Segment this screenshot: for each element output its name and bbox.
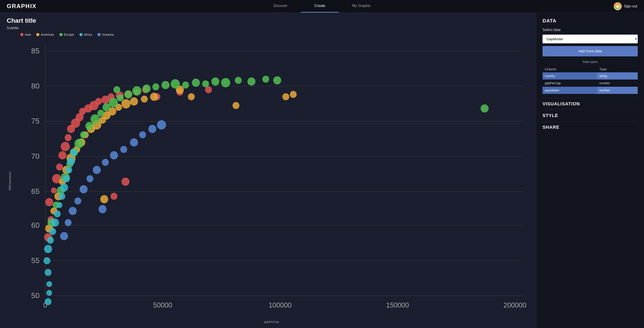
chart-title-input[interactable] xyxy=(7,17,529,24)
col-gdp: gdpPerCap xyxy=(542,80,597,87)
share-section-link[interactable]: SHARE xyxy=(542,121,638,133)
style-section-link[interactable]: STYLE xyxy=(542,110,638,121)
svg-point-72 xyxy=(282,93,289,100)
svg-point-89 xyxy=(132,86,142,96)
legend-asia: Asia xyxy=(20,33,31,36)
legend-americas: Americas xyxy=(36,33,54,36)
svg-point-118 xyxy=(67,157,75,165)
column-header: Column xyxy=(542,66,597,72)
header: GRAPHIX Discover Create My Graphix 🌅 Sig… xyxy=(0,0,644,12)
svg-text:85: 85 xyxy=(31,46,40,55)
svg-point-88 xyxy=(124,90,132,98)
svg-point-69 xyxy=(188,93,195,100)
svg-point-120 xyxy=(46,290,52,296)
svg-point-100 xyxy=(248,77,256,86)
legend-dot-asia xyxy=(20,33,24,36)
svg-point-113 xyxy=(57,202,62,208)
svg-point-86 xyxy=(109,98,118,107)
svg-point-108 xyxy=(44,245,52,253)
dataset-select[interactable]: GapMinder xyxy=(542,35,638,43)
svg-point-125 xyxy=(74,197,82,204)
svg-point-126 xyxy=(80,185,88,193)
tab-create[interactable]: Create xyxy=(301,0,339,12)
svg-point-30 xyxy=(65,134,72,141)
svg-point-27 xyxy=(56,164,63,170)
svg-point-64 xyxy=(122,99,131,109)
type-number-gdp: number xyxy=(597,80,638,87)
svg-point-83 xyxy=(90,114,100,124)
svg-text:100000: 100000 xyxy=(269,301,292,309)
svg-point-131 xyxy=(120,146,127,153)
visualisation-section-link[interactable]: VISUALISATION xyxy=(542,98,638,110)
legend-label-asia: Asia xyxy=(25,33,31,36)
right-panel: DATA Select data GapMinder Add more data… xyxy=(536,12,644,328)
svg-point-132 xyxy=(130,138,138,147)
svg-text:50: 50 xyxy=(31,291,40,300)
svg-point-73 xyxy=(290,91,297,98)
type-number-pop: number xyxy=(597,87,638,94)
svg-point-98 xyxy=(221,78,230,87)
svg-point-136 xyxy=(98,205,107,213)
svg-point-105 xyxy=(44,257,50,264)
legend-dot-americas xyxy=(36,33,40,36)
svg-point-107 xyxy=(46,281,52,287)
svg-point-112 xyxy=(54,210,61,217)
svg-point-37 xyxy=(95,98,102,105)
data-types-table: Column Type country string gdpPerCap num… xyxy=(542,66,638,94)
svg-point-80 xyxy=(74,139,84,148)
col-country: country xyxy=(542,72,597,80)
svg-point-103 xyxy=(114,86,120,93)
svg-point-129 xyxy=(102,159,109,166)
svg-point-97 xyxy=(211,77,220,86)
svg-point-109 xyxy=(47,237,54,244)
svg-point-114 xyxy=(58,193,66,200)
add-more-data-button[interactable]: Add more data xyxy=(542,46,638,56)
svg-point-95 xyxy=(192,79,200,87)
chart-legend: Asia Americas Europe Africa Oceania xyxy=(20,33,529,36)
table-row: population number xyxy=(542,87,638,94)
sign-out-button[interactable]: 🌅 Sign out xyxy=(614,2,637,10)
svg-point-101 xyxy=(262,76,269,83)
nav-tabs: Discover Create My Graphix xyxy=(260,0,384,12)
legend-oceania: Oceania xyxy=(98,33,114,36)
svg-point-119 xyxy=(70,149,78,156)
svg-point-28 xyxy=(58,151,66,159)
col-population: population xyxy=(542,87,597,94)
chart-area: Asia Americas Europe Africa Oceania life… xyxy=(0,12,536,328)
y-axis-label: lifeExpectancy xyxy=(7,38,13,324)
svg-point-110 xyxy=(49,228,56,235)
logo: GRAPHIX xyxy=(7,3,36,10)
svg-point-66 xyxy=(141,95,148,102)
svg-point-93 xyxy=(170,79,180,89)
table-row: country string xyxy=(542,72,638,80)
svg-point-115 xyxy=(60,183,68,191)
svg-text:80: 80 xyxy=(31,82,40,90)
type-string: string xyxy=(597,72,638,80)
svg-point-45 xyxy=(122,177,130,185)
svg-point-91 xyxy=(152,83,159,90)
svg-point-87 xyxy=(117,94,124,101)
legend-label-americas: Americas xyxy=(41,33,54,36)
svg-text:50000: 50000 xyxy=(153,301,172,309)
tab-discover[interactable]: Discover xyxy=(260,0,301,12)
svg-point-134 xyxy=(148,125,156,133)
svg-point-67 xyxy=(150,93,158,101)
svg-point-65 xyxy=(130,97,138,105)
svg-point-104 xyxy=(481,104,489,113)
svg-text:65: 65 xyxy=(31,187,40,195)
chart-subtitle-input[interactable] xyxy=(7,26,529,30)
svg-point-123 xyxy=(65,219,72,226)
x-axis-label: gdpPerCap xyxy=(14,319,529,324)
svg-point-130 xyxy=(110,151,118,159)
svg-point-44 xyxy=(110,193,118,200)
svg-point-29 xyxy=(61,142,70,151)
data-types-label: Data types xyxy=(542,60,638,64)
legend-dot-oceania xyxy=(98,33,100,36)
svg-point-82 xyxy=(85,122,94,130)
avatar: 🌅 xyxy=(614,2,622,10)
svg-point-122 xyxy=(60,232,68,240)
tab-my-graphix[interactable]: My Graphix xyxy=(339,0,384,12)
select-data-label: Select data xyxy=(542,28,638,32)
svg-point-90 xyxy=(143,84,151,93)
svg-text:55: 55 xyxy=(31,256,40,264)
